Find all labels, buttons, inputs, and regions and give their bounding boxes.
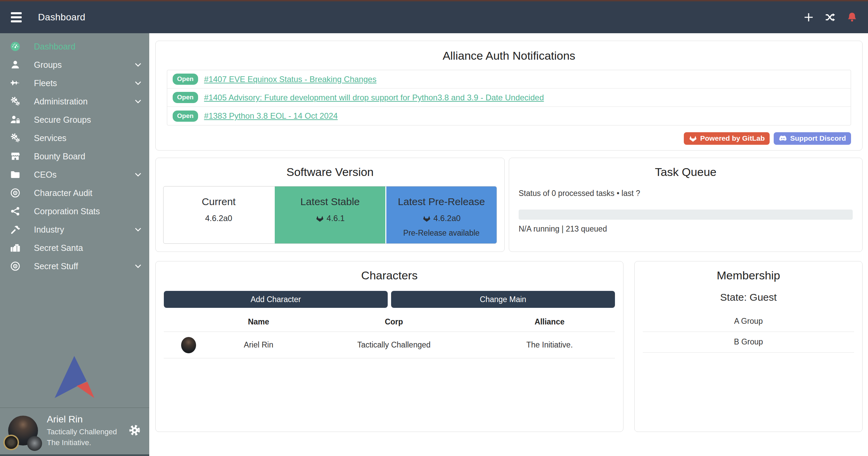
list-item: A Group — [643, 311, 854, 332]
chevron-down-icon — [134, 79, 142, 87]
sidebar-item-label: Character Audit — [34, 188, 92, 198]
task-progress-bar — [519, 210, 853, 220]
cogs-icon — [10, 133, 22, 143]
sidebar-item-label: Corporation Stats — [34, 206, 100, 216]
sidebar-item-administration[interactable]: Administration — [0, 92, 149, 111]
sidebar-item-services[interactable]: Services — [0, 129, 149, 147]
page-title: Dashboard — [38, 12, 85, 23]
menu-icon[interactable] — [9, 12, 24, 23]
bell-icon[interactable] — [846, 12, 858, 23]
character-alliance: The Initiative. — [484, 332, 615, 358]
version-current-label: Current — [163, 196, 274, 207]
sidebar-item-groups[interactable]: Groups — [0, 56, 149, 74]
sidebar-item-label: Groups — [34, 60, 62, 70]
character-corp: Tactically Challenged — [304, 332, 484, 358]
characters-panel: Characters Add Character Change Main Nam… — [155, 261, 623, 432]
characters-table: Name Corp Alliance Ariel Rin Tactically … — [164, 313, 615, 358]
prerelease-note: Pre-Release available — [386, 229, 497, 238]
chevron-down-icon — [134, 262, 142, 271]
user-icon — [10, 59, 22, 70]
sidebar-item-label: Secure Groups — [34, 115, 91, 125]
sidebar-item-ceos[interactable]: CEOs — [0, 165, 149, 184]
sidebar-item-secret-stuff[interactable]: Secret Stuff — [0, 257, 149, 275]
status-badge: Open — [173, 92, 198, 103]
sidebar-item-corporation-stats[interactable]: Corporation Stats — [0, 202, 149, 220]
character-name: Ariel Rin — [213, 332, 304, 358]
notification-link[interactable]: #1407 EVE Equinox Status - Breaking Chan… — [204, 75, 377, 84]
avatar — [8, 416, 38, 445]
header-name: Name — [213, 313, 304, 332]
fighter-jet-icon — [10, 78, 22, 88]
gitlab-badge-label: Powered by GitLab — [700, 134, 765, 142]
eye-icon — [10, 261, 22, 272]
shuffle-icon[interactable] — [825, 12, 836, 23]
cogs-icon — [10, 96, 22, 107]
corp-logo-badge — [3, 435, 19, 450]
gear-icon[interactable] — [128, 424, 142, 437]
membership-state: State: Guest — [643, 292, 854, 303]
software-version-title: Software Version — [163, 165, 497, 179]
notification-item: Open #1383 Python 3.8 EOL - 14 Oct 2024 — [167, 107, 851, 125]
sidebar-item-label: Industry — [34, 225, 64, 235]
sidebar-item-fleets[interactable]: Fleets — [0, 74, 149, 92]
user-name: Ariel Rin — [47, 414, 125, 425]
user-panel: Ariel Rin Tactically Challenged The Init… — [0, 408, 149, 456]
user-lock-icon — [10, 114, 22, 125]
change-main-button[interactable]: Change Main — [391, 291, 615, 308]
folder-icon — [10, 169, 22, 180]
status-badge: Open — [173, 111, 198, 122]
chevron-down-icon — [134, 60, 142, 69]
sidebar: Dashboard Groups Fleets Administra — [0, 33, 149, 456]
characters-title: Characters — [164, 269, 615, 282]
character-row-portrait — [181, 337, 196, 353]
sidebar-item-secret-santa[interactable]: Secret Santa — [0, 239, 149, 257]
user-corp: Tactically Challenged — [47, 428, 125, 436]
gitlab-fox-icon — [422, 214, 431, 222]
version-current-value: 4.6.2a0 — [205, 214, 232, 223]
task-queue-line: N/A running | 213 queued — [519, 224, 853, 234]
characters-table-header: Name Corp Alliance — [164, 313, 615, 332]
version-latest-stable: Latest Stable 4.6.1 — [274, 186, 385, 243]
notifications-title: Alliance Auth Notifications — [167, 49, 851, 62]
sidebar-item-bounty-board[interactable]: Bounty Board — [0, 147, 149, 165]
navbar-actions — [803, 12, 858, 23]
user-alliance: The Initiative. — [47, 438, 125, 447]
sidebar-item-label: Secret Santa — [34, 243, 83, 253]
notifications-footer: Powered by GitLab Support Discord — [167, 132, 851, 145]
membership-groups: A Group B Group — [643, 311, 854, 353]
discord-badge[interactable]: Support Discord — [774, 132, 851, 145]
chevron-down-icon — [134, 225, 142, 234]
share-icon — [10, 206, 22, 217]
sidebar-item-industry[interactable]: Industry — [0, 220, 149, 239]
list-item: B Group — [643, 332, 854, 353]
chevron-down-icon — [134, 97, 142, 106]
sidebar-item-label: Administration — [34, 97, 88, 106]
notifications-list: Open #1407 EVE Equinox Status - Breaking… — [167, 70, 851, 125]
hammer-icon — [10, 224, 22, 235]
notification-item: Open #1407 EVE Equinox Status - Breaking… — [167, 70, 851, 88]
discord-badge-label: Support Discord — [790, 134, 846, 142]
version-prerelease-label: Latest Pre-Release — [386, 196, 497, 207]
add-icon[interactable] — [803, 12, 814, 23]
sidebar-menu: Dashboard Groups Fleets Administra — [0, 33, 149, 275]
status-row: Software Version Current 4.6.2a0 Latest … — [155, 158, 863, 252]
gitlab-badge[interactable]: Powered by GitLab — [684, 132, 770, 145]
header-portrait — [164, 313, 213, 332]
dashboard-gauge-icon — [10, 41, 22, 52]
notification-link[interactable]: #1405 Advisory: Future development will … — [204, 93, 544, 102]
version-columns: Current 4.6.2a0 Latest Stable 4.6.1 Late… — [163, 186, 497, 244]
sidebar-item-label: Secret Stuff — [34, 261, 78, 271]
eye-icon — [10, 187, 22, 198]
alliance-auth-logo — [0, 356, 149, 408]
notifications-panel: Alliance Auth Notifications Open #1407 E… — [155, 41, 863, 151]
sidebar-item-dashboard[interactable]: Dashboard — [0, 37, 149, 56]
store-icon — [10, 151, 22, 162]
sidebar-item-character-audit[interactable]: Character Audit — [0, 184, 149, 202]
notification-link[interactable]: #1383 Python 3.8 EOL - 14 Oct 2024 — [204, 111, 338, 121]
membership-panel: Membership State: Guest A Group B Group — [634, 261, 863, 432]
sidebar-item-secure-groups[interactable]: Secure Groups — [0, 111, 149, 129]
add-character-button[interactable]: Add Character — [164, 291, 388, 308]
notification-item: Open #1405 Advisory: Future development … — [167, 88, 851, 107]
characters-actions: Add Character Change Main — [164, 291, 615, 308]
sidebar-item-label: Services — [34, 133, 66, 143]
